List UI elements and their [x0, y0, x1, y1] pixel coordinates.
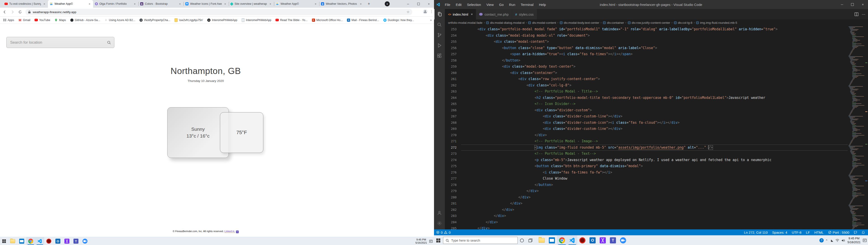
code-line[interactable]: 282 </div> [445, 207, 848, 213]
language-mode[interactable]: HTML [814, 231, 824, 234]
breadcrumbs[interactable]: ortfolio-modal.modal.fade›div.modal-dial… [445, 20, 868, 26]
code-line[interactable]: 253 <div class="portfolio-modal modal fa… [445, 26, 848, 33]
split-editor-icon[interactable] [855, 12, 859, 16]
address-bar[interactable]: weatherapp-fineasinc.netlify.app ☆ [25, 9, 412, 15]
breadcrumb-item[interactable]: img.img-fluid.rounded.mb-5 [696, 21, 737, 24]
bookmark-item[interactable]: Apps [3, 19, 14, 22]
code-line[interactable]: 255 <div class="modal-content"> [445, 39, 848, 45]
code-line[interactable]: 276 <i class="fas fa-times fa-fw"></i> [445, 170, 848, 176]
bookmark-item[interactable]: ⁘Using Azure AD B2... [104, 19, 135, 22]
taskbar-app-teams[interactable]: T [608, 236, 618, 245]
breadcrumb-item[interactable]: div.col-lg-8 [674, 21, 692, 24]
breadcrumb-item[interactable]: div.modal-body.text-center [560, 21, 599, 24]
code-line[interactable]: 271 <!-- Portfolio Modal - Image--> [445, 138, 848, 145]
code-line[interactable]: 262 <div class="col-lg-8"> [445, 82, 848, 89]
taskbar-app-outlook[interactable]: O [53, 237, 62, 245]
code-line[interactable]: 272 <img class="img-fluid rounded mb-5" … [445, 145, 848, 151]
code-line[interactable]: 261 <div class="row justify-content-cent… [445, 76, 848, 82]
code-line[interactable]: 279 </div> [445, 188, 848, 194]
browser-tab[interactable]: Weather App©× [48, 0, 93, 8]
browser-maximize-button[interactable] [413, 0, 424, 7]
breadcrumb-item[interactable]: ortfolio-modal.modal.fade [448, 21, 483, 24]
code-line[interactable]: 283 </div> [445, 213, 848, 219]
menu-selection[interactable]: Selection [465, 2, 483, 7]
code-line[interactable]: 267 <div class="divider-custom-line"></d… [445, 113, 848, 120]
cortana-button[interactable] [518, 236, 526, 245]
taskbar-app-zoom[interactable] [618, 236, 628, 245]
bookmark-item[interactable]: GitHub - Azure-Sa... [70, 19, 100, 22]
code-line[interactable]: 284 </div> [445, 219, 848, 225]
warnings-indicator[interactable]: 0 [444, 231, 451, 234]
browser-tab[interactable]: ♔Weather Vectors, Photos ar× [319, 0, 364, 8]
taskbar-app-file-explorer[interactable] [537, 236, 547, 245]
code-line[interactable]: 265 <!-- Icon Divider--> [445, 101, 848, 107]
taskbar-app-mail[interactable] [547, 236, 557, 245]
eol-setting[interactable]: LF [806, 231, 810, 234]
browser-tab[interactable]: Olga Fomin / Portfolio× [93, 0, 138, 8]
profile-chevron-icon[interactable]: ▾ [385, 1, 390, 6]
extensions-icon[interactable] [434, 51, 445, 61]
menu-run[interactable]: Run [507, 2, 518, 7]
taskbar-app-outlook[interactable]: O [587, 236, 598, 245]
volume-icon[interactable] [842, 239, 845, 242]
avatar-icon[interactable] [423, 9, 428, 14]
linkedin-link[interactable]: Linked in. [224, 230, 235, 233]
new-tab-button[interactable]: + [366, 1, 372, 7]
code-line[interactable]: 260 <div class="container"> [445, 70, 848, 76]
cursor-position[interactable]: Ln 272, Col 110 [744, 231, 768, 234]
browser-menu-icon[interactable]: ⋮ [430, 9, 433, 13]
browser-tab[interactable]: BColors · Bootstrap× [138, 0, 184, 8]
tray-chevron-icon[interactable]: ^ [826, 239, 827, 242]
encoding-setting[interactable]: UTF-8 [792, 231, 802, 234]
tab-close-icon[interactable]: × [359, 2, 363, 6]
bookmark-item[interactable]: OMicrosoft Office Ho... [312, 19, 343, 22]
clock-left[interactable]: 9:45 PM 5/16/2021 [415, 238, 427, 245]
breadcrumb-item[interactable]: div.container [603, 21, 624, 24]
vscode-minimize-button[interactable]: ─ [837, 0, 847, 9]
code-editor[interactable]: 253 <div class="portfolio-modal modal fa… [445, 26, 868, 229]
editor-tab-contact_me.php[interactable]: contact_me.php [476, 9, 512, 20]
taskbar-app-chrome[interactable] [557, 236, 567, 245]
taskbar-app-mixer[interactable]: ╳ [598, 236, 608, 245]
bookmark-item[interactable]: Read The Bible - Yo... [276, 19, 307, 22]
task-view-button[interactable] [526, 236, 535, 245]
taskbar-app-chrome[interactable] [26, 237, 35, 245]
tab-close-icon[interactable]: × [471, 12, 473, 16]
help-badge-icon[interactable]: ? [819, 238, 824, 243]
wifi-icon[interactable] [835, 239, 839, 242]
accounts-icon[interactable] [434, 208, 445, 218]
vscode-maximize-button[interactable] [847, 0, 858, 9]
code-line[interactable]: 277 Close Window [445, 176, 848, 182]
overview-ruler[interactable] [865, 26, 868, 229]
vscode-close-button[interactable]: × [858, 0, 868, 9]
code-line[interactable]: 285 </div> [445, 225, 848, 229]
bookmark-item[interactable]: SINotifyPropertyCha... [140, 19, 170, 22]
action-center-icon-right[interactable] [863, 239, 867, 242]
taskbar-app-vscode[interactable] [567, 236, 577, 245]
code-line[interactable]: 258 </button> [445, 58, 848, 64]
code-line[interactable]: 264 <h2 class="portfolio-modal-title tex… [445, 95, 848, 101]
menu-help[interactable]: Help [537, 2, 548, 7]
code-line[interactable]: 259 <div class="modal-body text-center"> [445, 64, 848, 70]
taskbar-app-zoom[interactable] [81, 237, 90, 245]
linkedin-icon[interactable]: in [236, 231, 239, 233]
bookmarks-overflow-chevron[interactable]: » [429, 18, 432, 22]
code-line[interactable]: 269 <div class="divider-custom-line"></d… [445, 126, 848, 132]
breadcrumb-item[interactable]: div.modal-content [528, 21, 556, 24]
browser-tab[interactable]: Tu esti credincios | Sunny T× [3, 0, 48, 8]
tab-close-icon[interactable]: × [42, 2, 46, 6]
code-line[interactable]: 281 </div> [445, 201, 848, 207]
tab-close-icon[interactable]: × [223, 2, 227, 6]
tab-close-icon[interactable]: × [314, 2, 317, 6]
network-icon[interactable] [830, 239, 833, 242]
back-button[interactable] [2, 9, 8, 15]
menu-view[interactable]: View [484, 2, 496, 7]
forward-button[interactable] [9, 9, 16, 15]
taskbar-app-opera[interactable] [44, 237, 53, 245]
code-line[interactable]: 270 </div> [445, 132, 848, 139]
tab-close-icon[interactable]: × [88, 2, 91, 6]
minimap[interactable] [848, 26, 865, 229]
indent-setting[interactable]: Spaces: 4 [772, 231, 787, 234]
taskbar-app-teams[interactable]: T [71, 237, 81, 245]
bookmark-item[interactable]: YouTube [35, 19, 50, 22]
